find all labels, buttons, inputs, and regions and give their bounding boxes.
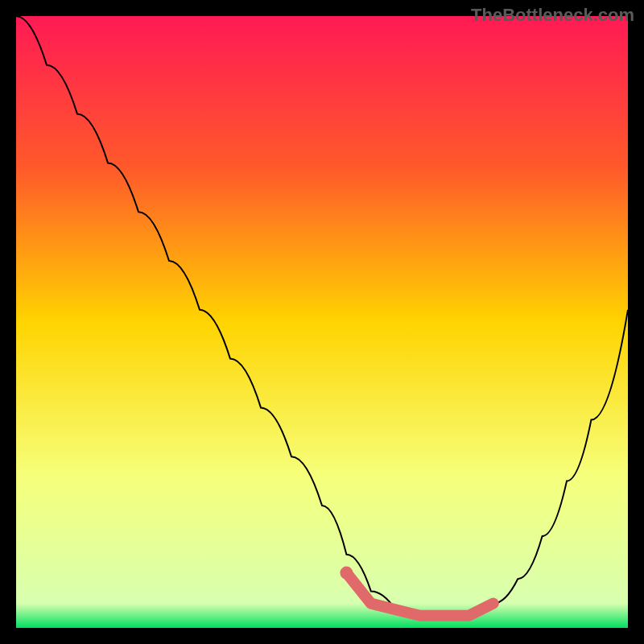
chart-plot-area <box>16 16 628 628</box>
watermark-text: TheBottleneck.com <box>471 5 634 26</box>
highlight-dot <box>340 567 353 580</box>
gradient-rect <box>16 16 628 628</box>
chart-svg <box>16 16 628 628</box>
